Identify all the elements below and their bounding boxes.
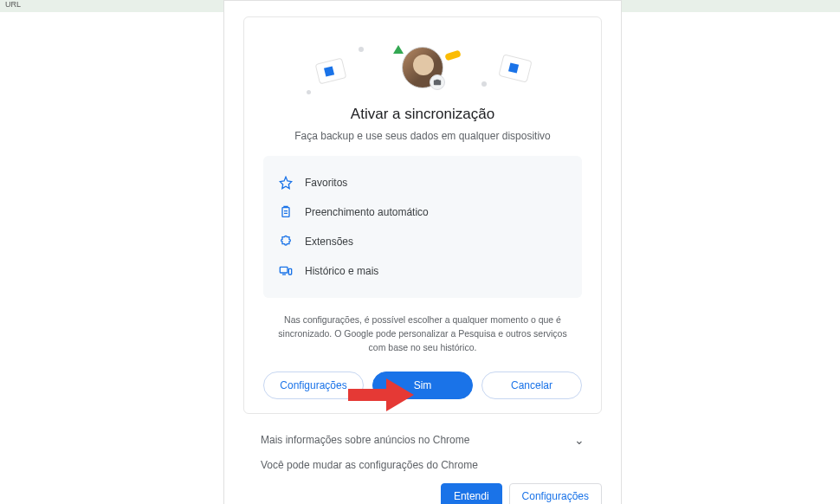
- yes-button[interactable]: Sim: [372, 372, 473, 399]
- puzzle-icon: [279, 235, 293, 249]
- illustration-card-left: [315, 57, 347, 84]
- devices-icon: [279, 264, 293, 278]
- dialog-button-row: Configurações Sim Cancelar: [263, 372, 582, 399]
- feature-autofill: Preenchimento automático: [279, 197, 566, 227]
- hero-illustration: [263, 33, 582, 102]
- understood-button[interactable]: Entendi: [441, 483, 502, 504]
- camera-badge-icon: [430, 74, 445, 90]
- feature-extensions: Extensões: [279, 227, 566, 256]
- cancel-button[interactable]: Cancelar: [481, 372, 582, 399]
- illustration-pill: [444, 49, 462, 61]
- footer-button-row: Entendi Configurações: [224, 483, 621, 504]
- dialog-subtitle: Faça backup e use seus dados em qualquer…: [263, 130, 582, 142]
- feature-label: Favoritos: [305, 177, 347, 189]
- more-info-label: Mais informações sobre anúncios no Chrom…: [261, 434, 469, 446]
- avatar-wrapper: [402, 47, 443, 88]
- illustration-dot: [307, 90, 311, 94]
- star-icon: [279, 176, 293, 190]
- illustration-dot: [359, 47, 364, 52]
- dialog-title: Ativar a sincronização: [263, 106, 582, 123]
- more-info-expander[interactable]: Mais informações sobre anúncios no Chrom…: [224, 424, 621, 450]
- illustration-dot: [481, 81, 487, 87]
- svg-rect-0: [282, 208, 289, 217]
- sync-onboarding-card: Ativar a sincronização Faça backup e use…: [223, 0, 622, 504]
- feature-history: Histórico e mais: [279, 256, 566, 286]
- sync-dialog: Ativar a sincronização Faça backup e use…: [243, 16, 602, 414]
- svg-rect-2: [288, 268, 291, 275]
- feature-label: Extensões: [305, 236, 353, 248]
- feature-label: Preenchimento automático: [305, 206, 429, 218]
- footer-settings-button[interactable]: Configurações: [509, 483, 602, 504]
- info-line: Você pode mudar as configurações do Chro…: [224, 450, 621, 483]
- settings-button[interactable]: Configurações: [263, 372, 364, 399]
- disclaimer-text: Nas configurações, é possível escolher a…: [274, 313, 572, 354]
- feature-list: Favoritos Preenchimento automático Exten…: [263, 156, 582, 298]
- feature-favorites: Favoritos: [279, 168, 566, 197]
- clipboard-icon: [279, 205, 293, 219]
- feature-label: Histórico e mais: [305, 265, 378, 277]
- svg-rect-1: [280, 267, 288, 273]
- illustration-card-right: [498, 54, 532, 82]
- chevron-down-icon: ⌄: [574, 433, 585, 447]
